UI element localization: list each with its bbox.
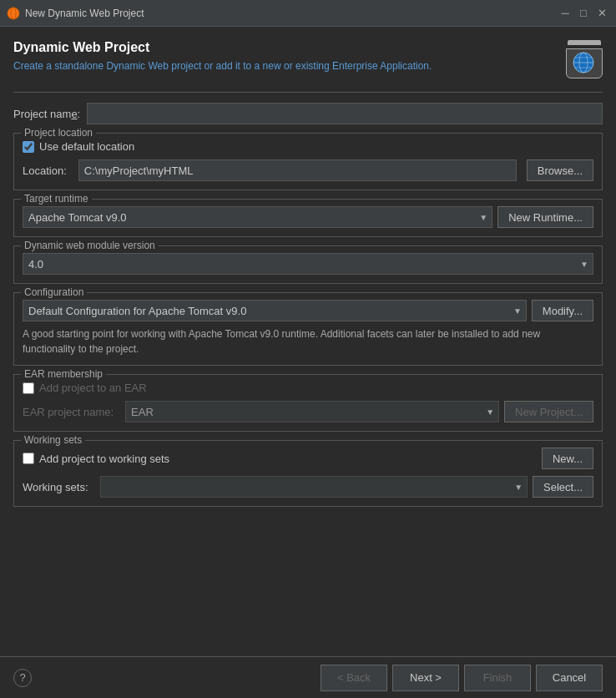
configuration-select-wrapper: Default Configuration for Apache Tomcat … xyxy=(23,300,527,321)
ear-project-select[interactable]: EAR xyxy=(125,401,499,422)
maximize-button[interactable]: □ xyxy=(576,6,591,21)
finish-button[interactable]: Finish xyxy=(464,665,531,691)
dynamic-web-module-select-wrapper: 4.0 3.1 3.0 2.5 ▼ xyxy=(23,253,593,275)
working-sets-select[interactable] xyxy=(100,476,528,498)
ear-membership-legend: EAR membership xyxy=(21,368,106,380)
window-controls: ─ □ ✕ xyxy=(558,6,609,21)
working-sets-select-wrapper: ▼ xyxy=(100,476,528,498)
use-default-location-row: Use default location xyxy=(23,140,593,153)
add-to-working-sets-label[interactable]: Add project to working sets xyxy=(39,453,169,465)
dialog-wrapper: Dynamic Web Project Create a standalone … xyxy=(0,27,616,698)
ear-project-label: EAR project name: xyxy=(23,406,114,418)
new-runtime-button[interactable]: New Runtime... xyxy=(497,206,593,228)
title-bar: New Dynamic Web Project ─ □ ✕ xyxy=(0,0,616,27)
location-input[interactable] xyxy=(78,159,517,181)
dynamic-web-module-group: Dynamic web module version 4.0 3.1 3.0 2… xyxy=(13,245,603,284)
working-sets-input-row: Working sets: ▼ Select... xyxy=(23,476,593,498)
project-location-legend: Project location xyxy=(21,127,96,139)
add-to-working-sets-row: Add project to working sets xyxy=(23,453,169,465)
target-runtime-select[interactable]: Apache Tomcat v9.0 Apache Tomcat v8.5 No… xyxy=(23,206,492,228)
header-section: Dynamic Web Project Create a standalone … xyxy=(13,40,603,78)
globe-icon xyxy=(567,49,600,76)
ear-project-select-wrapper: EAR ▼ xyxy=(125,401,499,422)
bottom-bar: ? < Back Next > Finish Cancel xyxy=(0,656,616,698)
configuration-select[interactable]: Default Configuration for Apache Tomcat … xyxy=(23,300,527,321)
add-to-ear-label[interactable]: Add project to an EAR xyxy=(39,382,147,394)
minimize-button[interactable]: ─ xyxy=(558,6,573,21)
back-button[interactable]: < Back xyxy=(321,665,387,691)
dynamic-web-module-legend: Dynamic web module version xyxy=(21,240,159,251)
location-label: Location: xyxy=(23,164,67,177)
ear-project-row: EAR project name: EAR ▼ New Project... xyxy=(23,401,593,422)
project-location-group: Project location Use default location Lo… xyxy=(13,133,603,190)
add-to-ear-row: Add project to an EAR xyxy=(23,382,593,394)
ear-membership-group: EAR membership Add project to an EAR EAR… xyxy=(13,374,603,432)
browse-button[interactable]: Browse... xyxy=(527,159,593,181)
location-row: Location: Browse... xyxy=(23,159,593,181)
form-area: Dynamic Web Project Create a standalone … xyxy=(0,27,616,565)
select-working-sets-button[interactable]: Select... xyxy=(533,476,593,498)
dialog-title: Dynamic Web Project xyxy=(13,40,566,55)
header-text-area: Dynamic Web Project Create a standalone … xyxy=(13,40,566,72)
svg-point-0 xyxy=(8,8,19,19)
use-default-location-label[interactable]: Use default location xyxy=(39,140,134,153)
close-button[interactable]: ✕ xyxy=(594,6,609,21)
target-runtime-group: Target runtime Apache Tomcat v9.0 Apache… xyxy=(13,199,603,237)
bottom-buttons: < Back Next > Finish Cancel xyxy=(321,665,603,691)
help-button[interactable]: ? xyxy=(13,669,32,687)
new-project-button[interactable]: New Project... xyxy=(504,401,593,422)
header-divider xyxy=(13,92,603,93)
app-icon xyxy=(7,7,20,20)
dialog-logo xyxy=(566,40,603,78)
window-title: New Dynamic Web Project xyxy=(25,8,144,19)
working-sets-label: Working sets: xyxy=(23,481,88,493)
add-to-working-sets-checkbox[interactable] xyxy=(23,453,34,464)
project-name-label: Project name: xyxy=(13,108,80,120)
jar-body-icon xyxy=(566,48,603,78)
add-to-ear-checkbox[interactable] xyxy=(23,382,34,394)
new-working-set-button[interactable]: New... xyxy=(542,448,593,469)
configuration-group: Configuration Default Configuration for … xyxy=(13,292,603,366)
project-name-input[interactable] xyxy=(87,103,603,124)
jar-lid-icon xyxy=(568,40,601,45)
dialog-subtitle: Create a standalone Dynamic Web project … xyxy=(13,60,566,72)
working-sets-group: Working sets Add project to working sets… xyxy=(13,440,603,507)
use-default-location-checkbox[interactable] xyxy=(23,141,34,153)
configuration-description: A good starting point for working with A… xyxy=(23,326,593,357)
target-runtime-select-wrapper: Apache Tomcat v9.0 Apache Tomcat v8.5 No… xyxy=(23,206,492,228)
next-button[interactable]: Next > xyxy=(392,665,459,691)
target-runtime-legend: Target runtime xyxy=(21,193,92,205)
modify-button[interactable]: Modify... xyxy=(532,300,593,321)
working-sets-legend: Working sets xyxy=(21,434,85,446)
cancel-button[interactable]: Cancel xyxy=(536,665,603,691)
dynamic-web-module-select[interactable]: 4.0 3.1 3.0 2.5 xyxy=(23,253,593,275)
configuration-legend: Configuration xyxy=(21,286,87,298)
project-name-row: Project name: xyxy=(13,103,603,124)
